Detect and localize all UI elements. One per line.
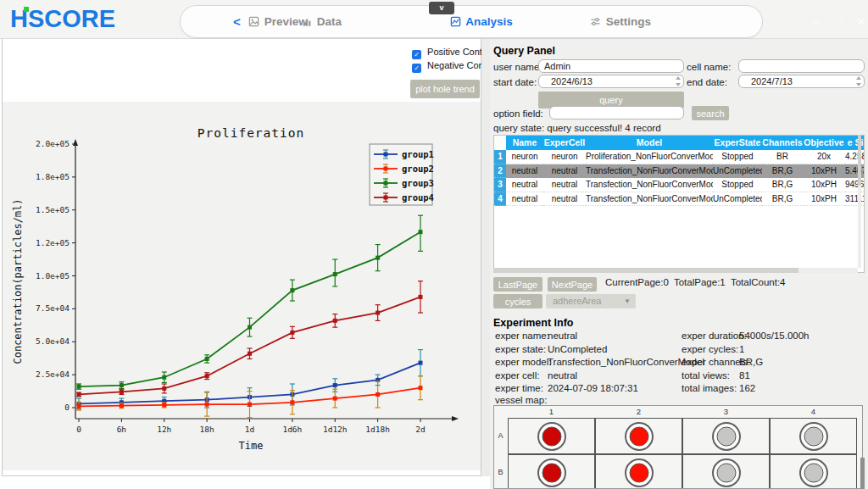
- chevron-down-icon: v: [439, 3, 443, 12]
- query-state-label: query state:: [493, 123, 544, 133]
- table-vertical-scrollbar[interactable]: [858, 135, 861, 268]
- table-vscroll-thumb[interactable]: [858, 135, 861, 186]
- cycles-button[interactable]: cycles: [493, 294, 542, 308]
- vessel-cell-B2: [595, 454, 682, 489]
- search-button[interactable]: search: [692, 106, 729, 120]
- table-hscroll-thumb[interactable]: [493, 268, 798, 273]
- info-value: BR,G: [739, 356, 763, 370]
- experiment-info-right-column: exper duration:54000s/15.000hexper cycle…: [682, 330, 866, 396]
- collapse-panel-tab[interactable]: v: [429, 2, 454, 14]
- table-cell: UnCompleted: [713, 164, 762, 179]
- vessel-column-label: 3: [682, 407, 770, 416]
- table-cell: Transfection_NonFluorConverModel: [586, 192, 713, 207]
- end-date-spinner[interactable]: [855, 76, 863, 86]
- table-cell: 31111: [845, 192, 865, 207]
- info-row: exper duration:54000s/15.000h: [682, 330, 866, 343]
- end-date-label: end date:: [687, 77, 727, 87]
- close-button[interactable]: ✕: [853, 15, 868, 28]
- tab-settings[interactable]: Settings: [590, 6, 651, 37]
- table-cell: 10xPH: [803, 164, 845, 179]
- last-page-button[interactable]: LastPage: [493, 277, 542, 292]
- chart-legend: group1group2group3group4: [370, 144, 434, 205]
- info-value: 81: [739, 370, 750, 383]
- end-date-input[interactable]: [738, 75, 865, 88]
- table-corner-cell: [494, 136, 506, 150]
- vessel-well-B3[interactable]: [716, 463, 736, 482]
- svg-text:6h: 6h: [117, 425, 126, 434]
- table-row-3[interactable]: 3neutralneutralTransfection_NonFluorConv…: [494, 178, 864, 192]
- table-header-model: Model: [586, 136, 713, 150]
- start-date-spinner[interactable]: [675, 76, 682, 86]
- vessel-cell-B3: [682, 454, 770, 489]
- vessel-well-A1[interactable]: [542, 426, 561, 446]
- minimize-button[interactable]: –: [807, 15, 824, 28]
- analysis-chart-panel: ✓ Positive Control 1 ✓ Negative Control …: [2, 39, 481, 476]
- tab-analysis[interactable]: Analysis: [450, 6, 513, 37]
- svg-text:18h: 18h: [200, 425, 214, 434]
- cell-name-input[interactable]: [738, 59, 865, 73]
- top-bar: HSCORE < Preview Data Analysis Settings …: [0, 0, 868, 39]
- table-cell: neutral: [543, 164, 586, 179]
- table-cell: neuron: [506, 150, 543, 164]
- positive-control-checkbox[interactable]: ✓: [412, 50, 421, 59]
- info-value: 54000s/15.000h: [739, 330, 810, 343]
- info-label: exper cycles:: [682, 343, 739, 357]
- plot-hole-trend-button[interactable]: plot hole trend: [410, 80, 480, 98]
- svg-text:1.0e+05: 1.0e+05: [36, 271, 70, 281]
- maximize-button[interactable]: □: [831, 15, 848, 28]
- table-cell: 5.467: [845, 164, 865, 179]
- table-cell: 20x: [803, 150, 845, 164]
- well-ring: [625, 458, 654, 487]
- table-row-1[interactable]: 1neuronneuronProliferation_NonFluorConve…: [494, 150, 864, 164]
- sliders-icon: [590, 8, 601, 39]
- row-number: 3: [494, 178, 506, 192]
- table-horizontal-scrollbar[interactable]: [493, 268, 858, 273]
- table-cell: neutral: [543, 192, 586, 207]
- option-field-input[interactable]: [549, 106, 684, 119]
- table-cell: Stopped: [713, 178, 762, 192]
- adhere-area-value: adhereArea: [553, 296, 602, 306]
- table-header-channels: Channels: [762, 136, 803, 150]
- vessel-well-A3[interactable]: [716, 426, 736, 446]
- vessel-row-label: B: [494, 468, 507, 476]
- vessel-well-A2[interactable]: [629, 426, 648, 446]
- panel-gutter: [481, 39, 490, 476]
- tab-data[interactable]: Data: [302, 6, 342, 37]
- vessel-map-scrollbar-thumb[interactable]: [860, 458, 865, 489]
- svg-text:0: 0: [76, 425, 81, 434]
- table-cell: 4.258: [845, 150, 865, 164]
- table-header-experstate: ExperState: [713, 136, 762, 150]
- image-icon: [248, 8, 259, 39]
- query-state-value: query successful! 4 record: [547, 123, 660, 133]
- logo-green-dot-icon: [24, 7, 29, 12]
- negative-control-checkbox[interactable]: ✓: [412, 64, 421, 73]
- vessel-cell-B1: [508, 454, 595, 489]
- table-row-2[interactable]: 2neutralneutralTransfection_NonFluorConv…: [494, 164, 864, 179]
- info-label: exper duration:: [682, 330, 739, 343]
- svg-text:1d: 1d: [245, 425, 254, 434]
- info-row: total views:81: [682, 370, 866, 383]
- table-row-4[interactable]: 4neutralneutralTransfection_NonFluorConv…: [494, 192, 864, 207]
- vessel-well-A4[interactable]: [804, 426, 823, 446]
- row-number: 2: [494, 164, 506, 179]
- vessel-cell-A4: [770, 418, 857, 454]
- cell-name-label: cell name:: [687, 62, 731, 72]
- vessel-well-B2[interactable]: [629, 463, 648, 482]
- vessel-well-B1[interactable]: [542, 463, 561, 482]
- next-page-button[interactable]: NextPage: [548, 277, 597, 292]
- proliferation-chart: 06h12h18h1d1d6h1d12h1d18h2d02.5e+045.0e+…: [3, 102, 481, 470]
- table-cell: BR: [762, 150, 803, 164]
- svg-text:2d: 2d: [415, 425, 425, 434]
- user-name-input[interactable]: [538, 59, 684, 73]
- info-label: exper name:: [495, 330, 548, 343]
- info-row: exper time:2024-07-09 18:07:31: [495, 382, 683, 396]
- table-header-name: Name: [506, 136, 543, 150]
- vessel-well-B4[interactable]: [804, 463, 823, 482]
- well-ring: [537, 422, 566, 451]
- user-name-label: user name:: [493, 62, 542, 72]
- adhere-area-dropdown[interactable]: adhereArea ▼: [546, 294, 636, 308]
- table-cell: 94963: [845, 178, 865, 192]
- start-date-input[interactable]: [538, 75, 684, 88]
- back-chevron-icon[interactable]: <: [233, 6, 241, 37]
- tab-preview[interactable]: Preview: [248, 6, 308, 37]
